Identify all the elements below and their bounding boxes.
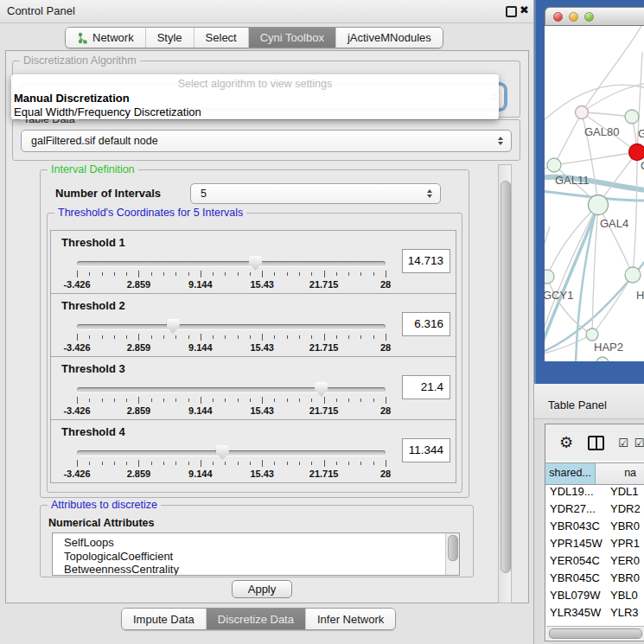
slider-tick-labels: -3.4262.8599.14415.4321.71528: [77, 405, 386, 416]
tab-label: Cyni Toolbox: [260, 31, 324, 44]
bottom-tab-bar: Impute Data Discretize Data Infer Networ…: [121, 608, 396, 630]
panel-scrollbar[interactable]: [498, 164, 512, 603]
list-scrollbar-thumb[interactable]: [448, 535, 458, 561]
thresholds-container: Threshold 1-3.4262.8599.14415.4321.71528…: [50, 230, 456, 483]
table-hscrollbar[interactable]: [546, 626, 644, 640]
minimize-traffic-light-icon[interactable]: [569, 12, 578, 22]
node-label: C: [641, 159, 644, 172]
zoom-traffic-light-icon[interactable]: [584, 12, 594, 22]
threshold-label: Threshold 2: [61, 299, 125, 312]
checkbox-icon[interactable]: ☑: [618, 437, 628, 449]
network-edge[interactable]: [633, 152, 637, 275]
numerical-attributes-label: Numerical Attributes: [48, 517, 154, 529]
table-data-select[interactable]: galFiltered.sif default node: [21, 130, 512, 152]
network-edge[interactable]: [592, 275, 633, 335]
gear-icon[interactable]: ⚙: [559, 435, 573, 450]
list-item[interactable]: TopologicalCoefficient: [53, 550, 445, 564]
threshold-slider-track[interactable]: [77, 324, 386, 329]
panel-scrollbar-thumb[interactable]: [501, 181, 511, 573]
dropdown-item-manual-discretization[interactable]: Manual Discretization: [14, 92, 130, 105]
network-node[interactable]: [545, 270, 554, 284]
network-node[interactable]: [576, 106, 589, 119]
network-edge[interactable]: [545, 85, 644, 131]
network-edge[interactable]: [547, 277, 592, 335]
app-root: Control Panel ✖ Network Style Select: [0, 0, 644, 644]
table-row[interactable]: YPR145WYPR1: [545, 537, 644, 554]
network-node[interactable]: [586, 328, 598, 341]
tab-jactivemnodules[interactable]: jActiveMNodules: [336, 28, 443, 48]
network-node[interactable]: [589, 195, 609, 215]
cell-shared-name: YDR27...: [545, 502, 603, 520]
node-label: GCY1: [545, 289, 573, 302]
network-node[interactable]: [625, 267, 641, 283]
table-panel: Table Panel ⚙ ☑ ☑ shared... na YDL19...Y…: [534, 384, 644, 644]
spinner-arrows-icon: [427, 189, 432, 198]
table-toolbar: ⚙ ☑ ☑: [545, 424, 644, 461]
network-node[interactable]: [596, 357, 609, 361]
network-edge[interactable]: [582, 112, 632, 117]
threshold-slider-thumb[interactable]: [167, 319, 180, 334]
list-item[interactable]: SelfLoops: [53, 536, 445, 550]
num-intervals-spinner[interactable]: 5: [190, 183, 441, 204]
table-row[interactable]: YDR27...YDR2: [545, 502, 644, 520]
threshold-slider-track[interactable]: [77, 261, 386, 266]
control-panel: Control Panel ✖ Network Style Select: [0, 0, 534, 644]
column-header-shared-name[interactable]: shared...: [545, 463, 596, 484]
table-row[interactable]: YLR345WYLR3: [545, 606, 644, 623]
num-intervals-value: 5: [201, 188, 207, 200]
tab-style[interactable]: Style: [146, 28, 194, 48]
threshold-slider-thumb[interactable]: [249, 256, 262, 271]
checkbox-icon[interactable]: ☑: [634, 437, 644, 449]
tab-network[interactable]: Network: [66, 28, 146, 48]
table-row[interactable]: YDL19...YDL1: [545, 485, 644, 502]
close-traffic-light-icon[interactable]: [553, 12, 563, 22]
list-item[interactable]: BetweennessCentrality: [53, 563, 445, 576]
cell-name: YDR2: [603, 502, 641, 520]
apply-button[interactable]: Apply: [232, 580, 292, 598]
threshold-value-field[interactable]: 14.713: [402, 249, 450, 273]
threshold-slider-track[interactable]: [77, 450, 386, 456]
threshold-value-field[interactable]: 21.4: [402, 375, 450, 399]
network-graph[interactable]: GAL80GACGAL11GAL4GCY1HHAP2: [545, 26, 644, 361]
threshold-box: Threshold 1-3.4262.8599.14415.4321.71528…: [50, 230, 456, 294]
network-node[interactable]: [625, 110, 639, 124]
threshold-slider-track[interactable]: [77, 387, 386, 392]
threshold-value-field[interactable]: 6.316: [402, 312, 450, 336]
network-icon: [77, 32, 88, 44]
dropdown-item-equal-width-frequency[interactable]: Equal Width/Frequency Discretization: [14, 105, 201, 118]
table-row[interactable]: YBL079WYBL0: [545, 589, 644, 606]
threshold-slider-thumb[interactable]: [216, 445, 229, 460]
columns-icon[interactable]: [588, 436, 604, 450]
network-node[interactable]: [629, 144, 644, 161]
tab-cyni-toolbox[interactable]: Cyni Toolbox: [249, 28, 336, 48]
node-label: HAP2: [594, 341, 623, 354]
table-row[interactable]: YER054CYER0: [545, 554, 644, 571]
network-edge[interactable]: [582, 26, 641, 112]
table-hscrollbar-thumb[interactable]: [549, 628, 642, 639]
network-edge[interactable]: [554, 152, 637, 165]
tab-impute-data[interactable]: Impute Data: [122, 609, 207, 629]
float-window-icon[interactable]: [506, 6, 517, 17]
network-edge[interactable]: [598, 205, 633, 275]
tab-discretize-data[interactable]: Discretize Data: [207, 609, 306, 629]
group-label: Interval Definition: [48, 163, 138, 176]
slider-tick-labels: -3.4262.8599.14415.4321.71528: [77, 342, 386, 353]
slider-ticks: [77, 334, 386, 341]
tab-select[interactable]: Select: [194, 28, 249, 48]
threshold-value-field[interactable]: 11.344: [402, 438, 450, 462]
table-row[interactable]: YBR043CYBR0: [545, 520, 644, 537]
column-header-name[interactable]: na: [596, 463, 644, 484]
network-edge[interactable]: [554, 112, 582, 165]
list-scrollbar[interactable]: [445, 533, 459, 575]
tab-infer-network[interactable]: Infer Network: [306, 609, 395, 629]
close-icon[interactable]: ✖: [520, 3, 529, 16]
network-node[interactable]: [547, 158, 561, 172]
threshold-slider-thumb[interactable]: [315, 382, 328, 397]
threshold-label: Threshold 3: [61, 362, 125, 375]
table-row[interactable]: YBR045CYBR0: [545, 571, 644, 589]
threshold-label: Threshold 1: [61, 236, 125, 249]
group-label: Discretization Algorithm: [20, 54, 140, 67]
network-window-titlebar[interactable]: [545, 7, 644, 26]
network-canvas[interactable]: GAL80GACGAL11GAL4GCY1HHAP2: [545, 26, 644, 361]
cell-name: YPR1: [603, 537, 640, 554]
